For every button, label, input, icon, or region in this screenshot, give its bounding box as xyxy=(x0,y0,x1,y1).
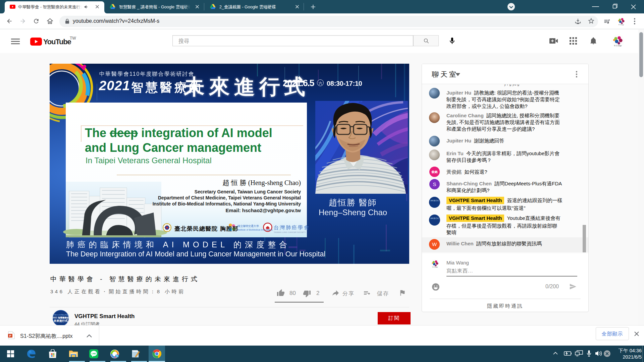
svg-text:未來進行式: 未來進行式 xyxy=(53,319,68,322)
svg-text:LINE: LINE xyxy=(92,353,96,355)
svg-text:S Congr: S Congr xyxy=(619,24,624,25)
svg-text:S Congr: S Congr xyxy=(614,44,622,47)
svg-text:P: P xyxy=(9,334,11,338)
svg-text:S Congr: S Congr xyxy=(432,266,438,268)
svg-text:2021 智慧醫療的: 2021 智慧醫療的 xyxy=(53,316,69,319)
